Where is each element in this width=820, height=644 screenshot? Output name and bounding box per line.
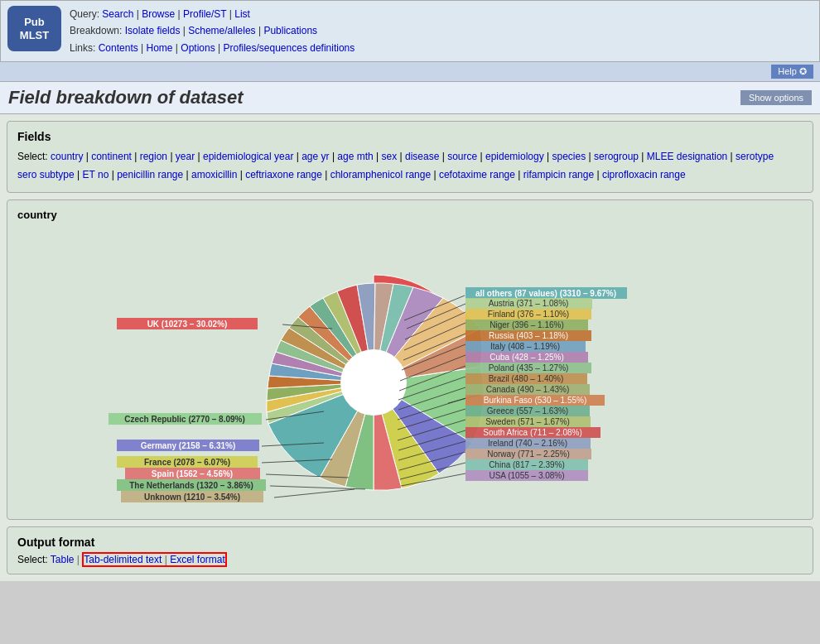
browse-link[interactable]: Browse: [142, 8, 175, 20]
breakdown-label: Breakdown:: [70, 25, 125, 36]
pie-chart-svg: UK (10273 – 30.02%) Czech Republic (2770…: [17, 229, 820, 511]
field-year[interactable]: year: [176, 151, 195, 162]
select-label: Select:: [17, 151, 48, 162]
tab-delimited-link[interactable]: Tab-delimited text: [84, 554, 162, 565]
svg-text:Russia (403 – 1.18%): Russia (403 – 1.18%): [489, 331, 568, 340]
svg-text:China (817 – 2.39%): China (817 – 2.39%): [489, 460, 565, 469]
field-age-yr[interactable]: age yr: [301, 151, 329, 162]
show-options-button[interactable]: Show options: [740, 90, 812, 105]
output-title: Output format: [17, 536, 803, 549]
field-mlee[interactable]: MLEE designation: [647, 151, 727, 162]
list-link[interactable]: List: [234, 8, 250, 20]
svg-point-0: [340, 349, 407, 416]
content-area: Fields Select: country | continent | reg…: [0, 114, 820, 581]
field-source[interactable]: source: [447, 151, 477, 162]
svg-text:Ireland (740 – 2.16%): Ireland (740 – 2.16%): [488, 439, 567, 448]
svg-text:Brazil (480 – 1.40%): Brazil (480 – 1.40%): [489, 374, 564, 383]
query-line: Query: Search | Browse | Profile/ST | Li…: [70, 6, 355, 22]
svg-text:Austria (371 – 1.08%): Austria (371 – 1.08%): [489, 299, 569, 308]
svg-text:Canada (490 – 1.43%): Canada (490 – 1.43%): [486, 385, 570, 394]
pie-chart-area: UK (10273 – 30.02%) Czech Republic (2770…: [17, 229, 803, 511]
svg-text:Norway (771 – 2.25%): Norway (771 – 2.25%): [487, 449, 570, 459]
svg-text:Cuba (428 – 1.25%): Cuba (428 – 1.25%): [490, 353, 564, 362]
home-link[interactable]: Home: [147, 42, 173, 54]
profiles-sequences-link[interactable]: Profiles/sequences definitions: [223, 42, 355, 54]
field-cefotaxime[interactable]: cefotaxime range: [439, 169, 515, 180]
excel-link-wrapper: Tab-delimited text | Excel format: [82, 552, 227, 567]
svg-text:Germany (2158 – 6.31%): Germany (2158 – 6.31%): [141, 441, 236, 450]
links-label: Links:: [70, 42, 99, 54]
field-region[interactable]: region: [140, 151, 167, 162]
svg-text:UK (10273 – 30.02%): UK (10273 – 30.02%): [147, 320, 228, 329]
breakdown-line: Breakdown: Isolate fields | Scheme/allel…: [70, 22, 355, 39]
output-select-label: Select:: [17, 554, 48, 565]
field-age-mth[interactable]: age mth: [337, 151, 373, 162]
svg-text:USA (1055 – 3.08%): USA (1055 – 3.08%): [489, 471, 564, 480]
excel-format-link[interactable]: Excel format: [170, 554, 225, 565]
output-links: Select: Table | Tab-delimited text | Exc…: [17, 554, 803, 565]
output-section: Output format Select: Table | Tab-delimi…: [7, 526, 813, 574]
field-epidemiology[interactable]: epidemiology: [485, 151, 544, 162]
profilest-link[interactable]: Profile/ST: [183, 8, 226, 20]
options-link[interactable]: Options: [181, 42, 215, 54]
field-species[interactable]: species: [552, 151, 586, 162]
field-sero-subtype[interactable]: sero subtype: [17, 169, 75, 180]
contents-link[interactable]: Contents: [99, 42, 138, 54]
fields-section: Fields Select: country | continent | reg…: [7, 121, 813, 193]
field-serogroup[interactable]: serogroup: [594, 151, 639, 162]
scheme-alleles-link[interactable]: Scheme/alleles: [188, 25, 255, 36]
svg-text:Finland (376 – 1.10%): Finland (376 – 1.10%): [488, 310, 569, 319]
fields-links: Select: country | continent | region | y…: [17, 148, 803, 184]
svg-text:France (2078 – 6.07%): France (2078 – 6.07%): [144, 458, 230, 467]
field-country[interactable]: country: [51, 151, 83, 162]
field-penicillin[interactable]: penicillin range: [117, 169, 183, 180]
header: PubMLST Query: Search | Browse | Profile…: [0, 0, 820, 62]
links-line: Links: Contents | Home | Options | Profi…: [70, 40, 355, 56]
isolate-fields-link[interactable]: Isolate fields: [125, 25, 181, 36]
header-links: Query: Search | Browse | Profile/ST | Li…: [70, 6, 355, 56]
chart-title: country: [17, 209, 803, 221]
table-link[interactable]: Table: [51, 554, 75, 565]
field-serotype[interactable]: serotype: [736, 151, 774, 162]
svg-text:Burkina Faso (530 – 1.55%): Burkina Faso (530 – 1.55%): [484, 396, 587, 405]
svg-text:Spain (1562 – 4.56%): Spain (1562 – 4.56%): [152, 469, 233, 478]
field-disease[interactable]: disease: [405, 151, 439, 162]
field-rifampicin[interactable]: rifampicin range: [523, 169, 594, 180]
logo-text: PubMLST: [20, 16, 49, 41]
svg-text:all others (87 values) (3310 –: all others (87 values) (3310 – 9.67%): [475, 289, 616, 298]
svg-line-20: [274, 489, 355, 497]
svg-text:Niger (396 – 1.16%): Niger (396 – 1.16%): [490, 320, 564, 329]
logo: PubMLST: [7, 6, 61, 51]
field-amoxicillin[interactable]: amoxicillin: [191, 169, 237, 180]
svg-text:Unknown (1210 – 3.54%): Unknown (1210 – 3.54%): [144, 493, 240, 502]
field-epi-year[interactable]: epidemiological year: [203, 151, 293, 162]
svg-text:South Africa (711 – 2.08%): South Africa (711 – 2.08%): [483, 428, 582, 437]
svg-text:Czech Republic (2770 – 8.09%): Czech Republic (2770 – 8.09%): [124, 415, 245, 424]
field-ceftriaxone[interactable]: ceftriaxone range: [245, 169, 322, 180]
svg-text:Greece (557 – 1.63%): Greece (557 – 1.63%): [487, 406, 568, 416]
page-title: Field breakdown of dataset: [8, 87, 244, 108]
field-sex[interactable]: sex: [382, 151, 398, 162]
help-button[interactable]: Help ✪: [771, 65, 813, 79]
chart-section: country: [7, 199, 813, 520]
query-label: Query:: [70, 8, 102, 20]
help-bar: Help ✪: [0, 62, 820, 82]
field-et-no[interactable]: ET no: [83, 169, 109, 180]
field-ciprofloxacin[interactable]: ciprofloxacin range: [602, 169, 686, 180]
title-bar: Field breakdown of dataset Show options: [0, 82, 820, 114]
svg-text:Sweden (571 – 1.67%): Sweden (571 – 1.67%): [485, 417, 570, 426]
search-link[interactable]: Search: [102, 8, 133, 20]
svg-text:The Netherlands (1320 – 3.86%): The Netherlands (1320 – 3.86%): [129, 481, 253, 490]
svg-text:Poland (435 – 1.27%): Poland (435 – 1.27%): [489, 363, 569, 372]
field-chloramphenicol[interactable]: chloramphenicol range: [330, 169, 431, 180]
svg-text:Italy (408 – 1.19%): Italy (408 – 1.19%): [490, 342, 560, 351]
field-continent[interactable]: continent: [91, 151, 132, 162]
fields-title: Fields: [17, 130, 803, 143]
publications-link[interactable]: Publications: [263, 25, 317, 36]
